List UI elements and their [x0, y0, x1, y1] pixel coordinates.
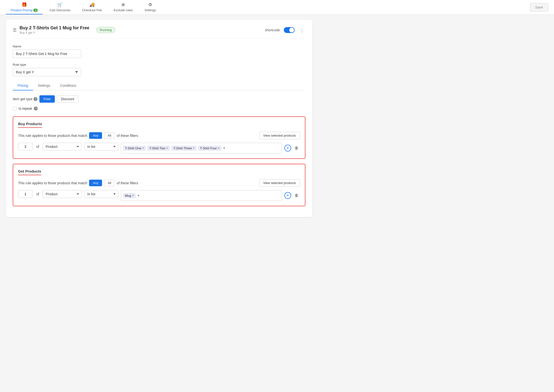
item-get-type-label: Item get type ? [13, 97, 37, 101]
buy-tags-container[interactable]: T-Shirt One × T-Shirt Two × T-Shirt Thre… [121, 143, 282, 153]
nav-item-product-pricing[interactable]: 🎁 Product Pricing 2 [6, 0, 43, 14]
tags-chevron-down-icon[interactable]: ▾ [223, 146, 225, 150]
card-title: Buy 2 T-Shirts Get 1 Mug for Free [20, 25, 89, 31]
rule-type-label: Rule type [13, 63, 305, 66]
buy-tag-tshirt-four: T-Shirt Four × [198, 146, 221, 151]
buy-of-text: of [35, 143, 40, 151]
status-badge: Running [96, 27, 115, 33]
name-form-group: Name [13, 44, 305, 58]
rule-card: ☰ Buy 2 T-Shirts Get 1 Mug for Free Buy … [6, 20, 312, 217]
nav-label-product-pricing: Product Pricing [11, 8, 32, 12]
exclude-icon: ⊗ [121, 2, 125, 7]
nav-label-settings: Settings [145, 8, 156, 12]
save-button[interactable]: Save [530, 3, 548, 11]
settings-icon: ⚙ [148, 2, 152, 7]
buy-view-selected-products-button[interactable]: View selected products [259, 132, 300, 139]
pricing-tabs: Pricing Settings Conditions [13, 81, 305, 90]
get-view-selected-products-button[interactable]: View selected products [259, 179, 300, 187]
card-title-block: Buy 2 T-Shirts Get 1 Mug for Free Buy X … [20, 25, 89, 34]
rule-type-select[interactable]: Buy X get Y [13, 68, 81, 76]
main-content: ☰ Buy 2 T-Shirts Get 1 Mug for Free Buy … [0, 15, 318, 222]
get-tags-chevron-down-icon[interactable]: ▾ [137, 193, 140, 198]
truck-icon: 🚚 [89, 2, 95, 7]
item-get-type-help-icon[interactable]: ? [34, 97, 37, 101]
is-repeat-checkbox[interactable] [13, 107, 17, 110]
get-any-button[interactable]: Any [89, 180, 102, 186]
buy-quantity-input[interactable] [18, 143, 33, 151]
more-options-icon[interactable]: ⋮ [299, 26, 305, 34]
gift-icon: 🎁 [22, 2, 27, 7]
card-subtitle: Buy X get Y [20, 31, 89, 34]
card-header-left: ☰ Buy 2 T-Shirts Get 1 Mug for Free Buy … [13, 25, 265, 34]
nav-item-settings[interactable]: ⚙ Settings [140, 0, 161, 14]
get-all-button[interactable]: All [104, 180, 115, 186]
top-navigation: 🎁 Product Pricing 2 🛒 Cart Discounts 🚚 C… [0, 0, 554, 15]
free-type-button[interactable]: Free [39, 95, 55, 103]
nav-item-cart-discounts[interactable]: 🛒 Cart Discounts [45, 0, 75, 14]
buy-products-filter-header: This rule applies to those products that… [18, 132, 300, 139]
buy-products-filter-text: This rule applies to those products that… [18, 132, 138, 139]
nav-label-exclude-rules: Exclude rules [114, 8, 133, 12]
nav-item-checkout-fee[interactable]: 🚚 Checkout Fee [77, 0, 107, 14]
buy-tag-tshirt-one: T-Shirt One × [123, 146, 146, 151]
buy-delete-rule-button[interactable]: 🗑 [293, 145, 300, 152]
get-of-text: of [35, 190, 40, 198]
buy-rule-actions: + 🗑 [284, 143, 300, 152]
buy-product-select[interactable]: Product [43, 143, 82, 151]
shortcode-label: shortcode [265, 28, 280, 32]
get-rule-actions: + 🗑 [284, 190, 300, 199]
buy-tag-tshirt-three-close[interactable]: × [193, 146, 195, 150]
buy-products-rule-row: of Product In list T-Shirt One × T-Shirt… [18, 143, 300, 153]
get-condition-select[interactable]: In list [84, 190, 118, 198]
buy-tag-tshirt-two-close[interactable]: × [166, 146, 168, 150]
buy-any-button[interactable]: Any [89, 132, 102, 139]
get-products-filter-text: This rule applies to those products that… [18, 180, 138, 186]
get-product-select[interactable]: Product [43, 190, 82, 198]
get-products-rule-row: of Product In list Mug × ▾ + 🗑 [18, 190, 300, 201]
get-tag-mug: Mug × [123, 193, 136, 198]
get-quantity-input[interactable] [18, 190, 33, 198]
buy-tag-tshirt-three: T-Shirt Three × [172, 146, 197, 151]
buy-tag-tshirt-four-close[interactable]: × [218, 146, 219, 150]
tab-pricing[interactable]: Pricing [13, 81, 33, 90]
get-add-rule-button[interactable]: + [284, 192, 291, 199]
discount-type-button[interactable]: Discount [57, 95, 78, 103]
buy-add-rule-button[interactable]: + [284, 145, 291, 152]
toggle-switch[interactable] [284, 27, 295, 33]
get-products-filter-header: This rule applies to those products that… [18, 179, 300, 187]
item-get-type-row: Item get type ? Free Discount [13, 95, 305, 103]
is-repeat-help-icon[interactable]: ? [34, 107, 38, 110]
buy-products-title: Buy Products [18, 122, 42, 128]
nav-badge-product-pricing: 2 [33, 9, 38, 12]
get-products-section: Get Products This rule applies to those … [13, 164, 305, 206]
is-repeat-label: Is repeat [19, 107, 32, 110]
buy-tag-tshirt-two: T-Shirt Two × [147, 146, 170, 151]
is-repeat-row: Is repeat ? [13, 107, 305, 110]
buy-tag-tshirt-one-close[interactable]: × [142, 146, 144, 150]
rule-type-form-group: Rule type Buy X get Y [13, 63, 305, 76]
hamburger-icon[interactable]: ☰ [13, 27, 17, 33]
get-delete-rule-button[interactable]: 🗑 [293, 192, 300, 199]
cart-icon: 🛒 [57, 2, 63, 7]
buy-condition-select[interactable]: In list [84, 143, 118, 151]
nav-label-checkout-fee: Checkout Fee [82, 8, 102, 12]
tab-conditions[interactable]: Conditions [55, 81, 81, 90]
card-header: ☰ Buy 2 T-Shirts Get 1 Mug for Free Buy … [13, 25, 305, 39]
get-tags-container[interactable]: Mug × ▾ [121, 190, 282, 201]
nav-item-exclude-rules[interactable]: ⊗ Exclude rules [109, 0, 138, 14]
tab-settings[interactable]: Settings [33, 81, 55, 90]
buy-products-section: Buy Products This rule applies to those … [13, 116, 305, 159]
card-header-right: shortcode ⋮ [265, 26, 305, 34]
get-tag-mug-close[interactable]: × [132, 194, 134, 197]
buy-all-button[interactable]: All [104, 132, 115, 139]
get-products-title: Get Products [18, 169, 41, 175]
nav-label-cart-discounts: Cart Discounts [49, 8, 70, 12]
name-label: Name [13, 44, 305, 48]
name-input[interactable] [13, 50, 81, 58]
